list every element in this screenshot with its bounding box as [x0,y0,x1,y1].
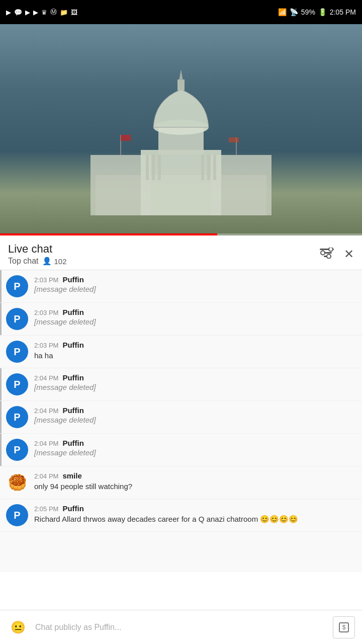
app-icon-1: ▶ [6,9,11,16]
status-left: ▶ 💬 ▶ ▶ ♛ Ⓜ 📁 🖼 [6,8,77,17]
avatar: P [6,275,28,297]
message-text: [message deleted] [34,448,356,457]
message-meta: 2:03 PM Puffin [34,341,356,349]
video-progress-bar[interactable] [0,233,362,235]
app-icon-8: 🖼 [71,9,77,16]
svg-point-23 [329,248,333,252]
wifi-icon: 📶 [278,8,287,16]
avatar: P [6,341,28,363]
battery-percent: 59% [301,8,315,16]
svg-rect-6 [177,79,185,91]
message-text: [message deleted] [34,285,356,293]
message-author: Puffin [62,275,84,284]
message-author: smile [62,471,81,480]
svg-point-25 [327,254,331,258]
filter-button[interactable] [320,248,334,261]
status-bar: ▶ 💬 ▶ ▶ ♛ Ⓜ 📁 🖼 📶 📡 59% 🔋 2:05 PM [0,0,362,24]
svg-rect-10 [158,155,161,180]
emoji-button[interactable]: 😐 [7,616,29,638]
message-time: 2:04 PM [34,374,58,382]
chat-message: P 2:03 PM Puffin [message deleted] [0,303,362,336]
app-icon-5: ♛ [41,9,47,16]
emoji-icon: 😐 [11,620,26,634]
message-author: Puffin [62,406,84,415]
chat-message: P 2:04 PM Puffin [message deleted] [0,434,362,466]
message-text: [message deleted] [34,383,356,391]
message-meta: 2:04 PM Puffin [34,439,356,447]
message-time: 2:03 PM [34,342,58,349]
top-chat-label: Top chat [8,257,38,266]
message-content: 2:03 PM Puffin [message deleted] [34,308,356,326]
message-author: Puffin [62,439,84,447]
message-text: [message deleted] [34,416,356,424]
message-content: 2:04 PM Puffin [message deleted] [34,439,356,457]
message-text: only 94 people still watching? [34,481,356,492]
top-chat-row: Top chat 👤 102 [8,257,67,266]
message-content: 2:04 PM Puffin [message deleted] [34,373,356,391]
app-icon-3: ▶ [25,9,30,16]
chat-message: P 2:04 PM Puffin [message deleted] [0,368,362,401]
close-button[interactable]: ✕ [344,247,354,261]
message-content: 2:04 PM Puffin [message deleted] [34,406,356,424]
svg-rect-11 [201,155,204,180]
message-author: Puffin [62,308,84,316]
chat-message: P 2:05 PM Puffin Richard Allard thrwos a… [0,499,362,532]
send-icon: $ [338,622,349,633]
message-text: [message deleted] [34,317,356,326]
header-actions: ✕ [320,247,354,261]
avatar: P [6,439,28,461]
live-chat-title-section: Live chat Top chat 👤 102 [8,243,67,266]
message-time: 2:03 PM [34,309,58,316]
message-meta: 2:04 PM smile [34,471,356,480]
chat-message: P 2:04 PM Puffin [message deleted] [0,401,362,434]
chat-message: P 2:03 PM Puffin ha ha [0,336,362,368]
message-content: 2:04 PM smile only 94 people still watch… [34,471,356,492]
svg-rect-12 [207,155,210,180]
app-icon-4: ▶ [33,9,38,16]
message-content: 2:05 PM Puffin Richard Allard thrwos awa… [34,504,356,524]
chat-input-field[interactable] [35,616,327,638]
avatar: P [6,373,28,395]
avatar: 🥮 [6,471,28,494]
live-chat-header: Live chat Top chat 👤 102 ✕ [0,235,362,270]
message-text: Richard Allard thrwos away decades caree… [34,514,356,524]
capitol-image [80,54,282,225]
avatar: P [6,504,28,526]
app-icon-7: 📁 [60,9,68,16]
battery-icon: 🔋 [318,8,327,16]
viewer-count: 👤 102 [42,257,66,266]
chat-message: P 2:03 PM Puffin [message deleted] [0,270,362,303]
message-time: 2:05 PM [34,505,58,513]
message-content: 2:03 PM Puffin [message deleted] [34,275,356,293]
svg-rect-15 [121,135,131,141]
message-author: Puffin [62,341,84,349]
message-meta: 2:03 PM Puffin [34,308,356,316]
app-icon-6: Ⓜ [50,8,57,17]
chat-input-bar: 😐 $ [0,610,362,644]
svg-rect-8 [146,155,149,180]
message-meta: 2:04 PM Puffin [34,373,356,382]
avatar-emoji: 🥮 [8,471,27,494]
message-meta: 2:05 PM Puffin [34,504,356,513]
video-progress-fill [0,233,217,235]
avatar: P [6,406,28,428]
message-author: Puffin [62,504,84,513]
svg-rect-13 [213,155,216,180]
svg-text:$: $ [342,624,346,631]
message-meta: 2:03 PM Puffin [34,275,356,284]
svg-point-24 [321,251,325,255]
svg-rect-17 [229,137,239,142]
video-player[interactable] [0,24,362,235]
chat-message: 🥮 2:04 PM smile only 94 people still wat… [0,466,362,499]
message-time: 2:04 PM [34,472,58,480]
message-time: 2:04 PM [34,440,58,447]
viewer-number: 102 [54,257,66,266]
live-chat-title: Live chat [8,243,67,256]
signal-icon: 📡 [290,8,298,16]
svg-rect-9 [152,155,155,180]
app-icon-2: 💬 [14,9,22,16]
send-button[interactable]: $ [333,616,355,638]
status-right: 📶 📡 59% 🔋 2:05 PM [278,8,356,16]
message-content: 2:03 PM Puffin ha ha [34,341,356,361]
message-meta: 2:04 PM Puffin [34,406,356,415]
